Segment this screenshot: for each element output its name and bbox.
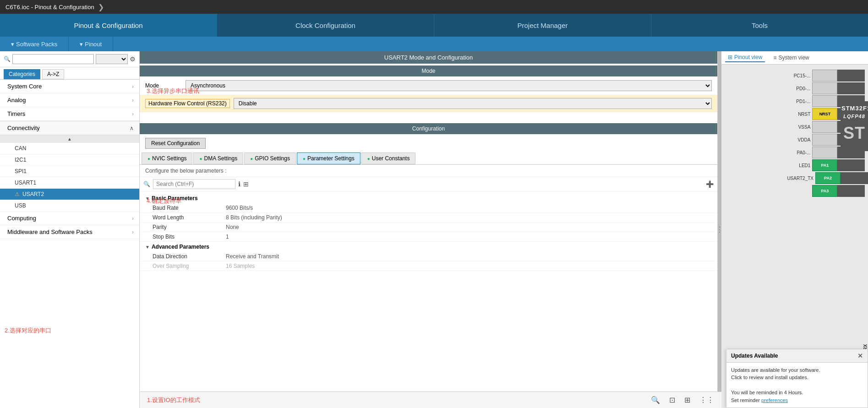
- search-icon: 🔍: [4, 56, 11, 62]
- scroll-up-button[interactable]: ▲: [0, 135, 139, 143]
- param-row-parity: Parity None: [140, 223, 717, 232]
- pin-pc15-box: [812, 70, 837, 82]
- connectivity-section: Connectivity ∧ ▲ CAN I2C1 SPI1 USART1 ⚠ …: [0, 121, 139, 212]
- columns-icon[interactable]: ⋮⋮: [699, 396, 714, 404]
- sub-nav: ▾ Software Packs ▾ Pinout: [0, 37, 868, 51]
- pin-nrst-box: NRST: [812, 108, 837, 120]
- sidebar-sub-item-usart1[interactable]: USART1: [0, 177, 139, 189]
- chip-body-pd0: [837, 82, 865, 94]
- vertical-divider[interactable]: [718, 51, 721, 408]
- sidebar-item-system-core[interactable]: System Core ›: [0, 80, 139, 93]
- layout-icon[interactable]: ⊞: [684, 396, 690, 404]
- sidebar-sub-item-usart2[interactable]: ⚠ USART2: [0, 189, 139, 200]
- chip-body-pc15: [837, 70, 865, 82]
- fit-icon[interactable]: ⊡: [669, 396, 675, 404]
- sidebar-item-middleware[interactable]: Middleware and Software Packs ›: [0, 225, 139, 239]
- basic-params-header[interactable]: ▼ Basic Parameters: [140, 193, 717, 203]
- chevron-right-icon: ›: [132, 97, 134, 103]
- annotation-step1: 1.设置IO的工作模式: [147, 396, 200, 404]
- search-input[interactable]: [12, 54, 94, 64]
- info-icon[interactable]: ℹ: [238, 180, 240, 188]
- sidebar-sub-item-i2c1[interactable]: I2C1: [0, 154, 139, 166]
- pinout-view-button[interactable]: ⊞ Pinout view: [725, 53, 765, 62]
- tab-gpio[interactable]: ● GPIO Settings: [244, 152, 296, 164]
- sidebar-item-connectivity[interactable]: Connectivity ∧: [0, 121, 139, 135]
- triangle-icon: ▼: [145, 196, 150, 201]
- chevron-right-icon: ›: [132, 229, 134, 235]
- panel-title: USART2 Mode and Configuration: [140, 51, 717, 64]
- chip-subname: LQFP48: [841, 114, 867, 119]
- pin-pa2-label-usart: USART2_TX: [787, 176, 815, 181]
- sidebar-sub-item-spi1[interactable]: SPI1: [0, 166, 139, 177]
- chevron-down-icon: ∧: [130, 125, 134, 131]
- config-section-header: Configuration: [140, 123, 717, 134]
- advanced-params-header[interactable]: ▼ Advanced Parameters: [140, 242, 717, 252]
- reset-config-button[interactable]: Reset Configuration: [145, 138, 206, 149]
- tab-pinout[interactable]: Pinout & Configuration: [0, 14, 217, 37]
- zoom-icon[interactable]: 🔍: [651, 396, 660, 404]
- sidebar-item-timers[interactable]: Timers ›: [0, 107, 139, 121]
- sidebar-item-analog[interactable]: Analog ›: [0, 93, 139, 107]
- param-row-stop-bits: Stop Bits 1: [140, 232, 717, 242]
- triangle-icon: ▼: [145, 245, 150, 250]
- title-bar: C6T6.ioc - Pinout & Configuration ❯: [0, 0, 868, 14]
- search-icon: 🔍: [143, 181, 150, 187]
- tab-tools[interactable]: Tools: [651, 14, 868, 37]
- tab-clock[interactable]: Clock Configuration: [217, 14, 434, 37]
- annotation-step2: 2.选择对应的串口: [5, 326, 51, 335]
- param-row-word-length: Word Length 8 Bits (including Parity): [140, 213, 717, 223]
- tab-atoz[interactable]: A->Z: [42, 69, 64, 79]
- config-tabs: ● NVIC Settings ● DMA Settings ● GPIO Se…: [140, 152, 717, 165]
- tab-project[interactable]: Project Manager: [434, 14, 651, 37]
- gear-icon[interactable]: ⚙: [130, 55, 136, 63]
- center-panel: USART2 Mode and Configuration Mode Mode …: [140, 51, 718, 408]
- main-layout: 🔍 ⚙ Categories A->Z System Core › Analog…: [0, 51, 868, 408]
- tab-nvic[interactable]: ● NVIC Settings: [142, 152, 192, 164]
- search-select[interactable]: [96, 54, 128, 64]
- chevron-right-icon: ›: [132, 111, 134, 117]
- pin-vssa-label: VSSA: [787, 125, 812, 130]
- sidebar-sub-item-can[interactable]: CAN: [0, 143, 139, 154]
- pin-nrst-label: NRST: [787, 112, 812, 117]
- mode-row: Mode Asynchronous: [140, 76, 717, 95]
- param-row-baud-rate: Baud Rate 9600 Bits/s: [140, 203, 717, 213]
- hw-flow-select[interactable]: Disable: [234, 98, 712, 109]
- pin-pd0-label: PD0-...: [787, 86, 812, 91]
- chevron-right-icon: ›: [132, 83, 134, 90]
- hw-flow-label: Hardware Flow Control (RS232): [145, 99, 230, 108]
- warning-icon: ⚠: [15, 191, 20, 197]
- param-row-over-sampling: Over Sampling 16 Samples: [140, 261, 717, 271]
- params-search-bar: 🔍 ℹ ⊞ ➕: [140, 177, 717, 191]
- pin-vdda-box: [812, 134, 837, 146]
- dot-icon: ●: [147, 156, 150, 161]
- expand-icon[interactable]: ⊞: [243, 180, 249, 188]
- plus-icon[interactable]: ➕: [706, 180, 714, 188]
- mode-label: Mode: [145, 82, 182, 89]
- tab-categories[interactable]: Categories: [4, 69, 40, 79]
- system-view-button[interactable]: ≡ System view: [770, 54, 812, 62]
- pin-pd0: PD0-...: [787, 82, 868, 95]
- right-panel: ⊞ Pinout view ≡ System view PC15-...: [721, 51, 868, 408]
- pin-pc15-label: PC15-...: [787, 73, 812, 78]
- chevron-right-icon: ›: [132, 215, 134, 222]
- params-search-input[interactable]: [153, 179, 235, 189]
- sidebar: 🔍 ⚙ Categories A->Z System Core › Analog…: [0, 51, 140, 408]
- sidebar-sub-item-usb[interactable]: USB: [0, 200, 139, 212]
- view-switcher: ⊞ Pinout view ≡ System view: [721, 51, 868, 65]
- sub-tab-pinout[interactable]: ▾ Pinout: [69, 37, 113, 51]
- mode-select[interactable]: Asynchronous: [186, 80, 712, 91]
- mode-section-header: Mode: [140, 65, 717, 76]
- dot-icon: ●: [199, 156, 202, 161]
- bottom-bar: 1.设置IO的工作模式 🔍 ⊡ ⊞ ⋮⋮: [140, 392, 721, 408]
- st-logo: ST: [841, 124, 867, 143]
- pin-pa2-box: PA2: [815, 172, 841, 184]
- tab-params[interactable]: ● Parameter Settings: [297, 152, 360, 164]
- tab-user[interactable]: ● User Constants: [361, 152, 416, 164]
- tab-dma[interactable]: ● DMA Settings: [193, 152, 243, 164]
- sidebar-tabs: Categories A->Z: [0, 67, 139, 80]
- sidebar-search-bar: 🔍 ⚙: [0, 51, 139, 67]
- sub-tab-software[interactable]: ▾ Software Packs: [0, 37, 69, 51]
- close-icon[interactable]: ✕: [857, 352, 863, 359]
- sidebar-item-computing[interactable]: Computing ›: [0, 212, 139, 225]
- preferences-link[interactable]: preferences: [761, 397, 788, 403]
